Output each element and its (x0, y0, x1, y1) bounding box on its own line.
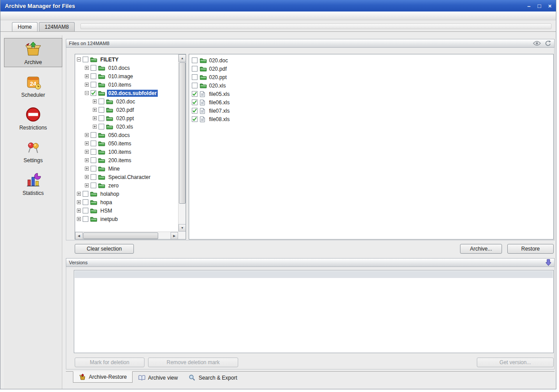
scroll-left-icon[interactable]: ◀ (75, 232, 83, 240)
tree-checkbox[interactable] (91, 65, 96, 71)
expand-icon[interactable] (85, 83, 89, 87)
maximize-button[interactable]: □ (538, 3, 541, 9)
scroll-down-icon[interactable]: ▼ (179, 224, 186, 232)
file-checkbox[interactable] (192, 99, 198, 105)
tree-node[interactable]: 020.pdf (77, 106, 178, 114)
file-row[interactable]: 020.ppt (192, 73, 553, 81)
scroll-up-icon[interactable]: ▲ (179, 54, 186, 62)
file-row[interactable]: file08.xls (192, 115, 553, 123)
tree-node[interactable]: 020.docs.subfolder (77, 89, 178, 97)
expand-icon[interactable] (77, 217, 81, 221)
tree-checkbox[interactable] (91, 73, 96, 79)
expand-icon[interactable] (85, 66, 89, 70)
tree-checkbox[interactable] (91, 183, 96, 188)
expand-icon[interactable] (77, 209, 81, 213)
tree-checkbox[interactable] (91, 132, 96, 138)
file-checkbox[interactable] (192, 91, 198, 97)
file-checkbox[interactable] (192, 116, 198, 122)
expand-icon[interactable] (85, 133, 89, 137)
tree-node[interactable]: hopa (77, 198, 178, 206)
expand-icon[interactable] (77, 200, 81, 204)
expand-icon[interactable] (85, 183, 89, 187)
tree-checkbox[interactable] (91, 166, 96, 171)
file-row[interactable]: file07.xls (192, 107, 553, 115)
tree-checkbox[interactable] (83, 57, 88, 62)
tree-checkbox[interactable] (99, 107, 104, 113)
tree-node[interactable]: inetpub (77, 215, 178, 223)
tree-node[interactable]: 050.docs (77, 131, 178, 139)
expand-icon[interactable] (85, 150, 89, 154)
expand-icon[interactable] (93, 108, 97, 112)
sidebar-item-restrictions[interactable]: Restrictions (4, 103, 62, 133)
expand-icon[interactable] (93, 125, 97, 129)
tree-node[interactable]: 010.docs (77, 64, 178, 72)
get-version-button[interactable]: Get version... (477, 358, 554, 367)
expand-icon[interactable] (77, 192, 81, 196)
tree-checkbox[interactable] (91, 157, 96, 163)
down-arrow-icon[interactable] (545, 259, 551, 266)
tree-node[interactable]: Special.Character (77, 173, 178, 181)
horizontal-scrollbar-thumb[interactable] (83, 232, 158, 239)
expand-icon[interactable] (93, 99, 97, 103)
minimize-button[interactable]: – (527, 3, 530, 9)
tree-checkbox[interactable] (91, 141, 96, 146)
tree-node[interactable]: 020.ppt (77, 114, 178, 122)
tree-node[interactable]: 100.items (77, 148, 178, 156)
vertical-scrollbar-thumb[interactable] (179, 62, 186, 204)
refresh-icon[interactable] (544, 40, 551, 46)
archive-button[interactable]: Archive... (460, 244, 502, 254)
expand-icon[interactable] (85, 141, 89, 145)
close-button[interactable]: × (548, 3, 551, 9)
tab-archive-restore[interactable]: Archive-Restore (73, 371, 133, 383)
file-checkbox[interactable] (192, 66, 198, 72)
expand-icon[interactable] (85, 167, 89, 171)
tree-checkbox[interactable] (83, 199, 88, 205)
file-row[interactable]: file06.xls (192, 98, 553, 107)
collapse-icon[interactable] (85, 91, 89, 95)
clear-selection-button[interactable]: Clear selection (75, 244, 134, 254)
file-checkbox[interactable] (192, 57, 198, 63)
scroll-right-icon[interactable]: ▶ (171, 232, 178, 240)
mark-for-deletion-button[interactable]: Mark for deletion (75, 358, 145, 367)
tree-checkbox[interactable] (99, 115, 104, 121)
collapse-icon[interactable] (77, 57, 81, 61)
expand-icon[interactable] (85, 74, 89, 78)
tree-checkbox[interactable] (91, 149, 96, 155)
tree-node[interactable]: 010.image (77, 72, 178, 80)
expand-icon[interactable] (85, 175, 89, 179)
sidebar-item-statistics[interactable]: Statistics (4, 169, 62, 198)
file-row[interactable]: 020.pdf (192, 65, 553, 73)
tree-node[interactable]: FILETY (77, 55, 178, 64)
tab-archive-view[interactable]: Archive view (133, 372, 183, 383)
tree-checkbox[interactable] (91, 82, 96, 88)
tree-checkbox[interactable] (83, 208, 88, 213)
vertical-scrollbar[interactable]: ▲ ▼ (178, 54, 186, 232)
tree-node[interactable]: 010.items (77, 80, 178, 89)
eye-icon[interactable] (533, 41, 541, 46)
file-checkbox[interactable] (192, 108, 198, 114)
tree-node[interactable]: Mine (77, 164, 178, 173)
tree-node[interactable]: holahop (77, 190, 178, 198)
tree-checkbox[interactable] (99, 99, 104, 104)
tree-checkbox[interactable] (83, 216, 88, 222)
file-row[interactable]: 020.xls (192, 81, 553, 90)
expand-icon[interactable] (85, 158, 89, 162)
sidebar-item-settings[interactable]: Settings (4, 136, 62, 165)
tab-search-export[interactable]: Search & Export (183, 372, 242, 383)
expand-icon[interactable] (93, 116, 97, 120)
restore-button[interactable]: Restore (507, 244, 554, 254)
tree-checkbox[interactable] (83, 191, 88, 197)
tree-node[interactable]: 050.items (77, 139, 178, 148)
file-checkbox[interactable] (192, 83, 198, 88)
tree-checkbox[interactable] (91, 174, 96, 180)
tree-checkbox[interactable] (91, 90, 96, 96)
tree-node[interactable]: zero (77, 181, 178, 190)
file-row[interactable]: 020.doc (192, 56, 553, 65)
nav-tab-124mam8[interactable]: 124MAM8 (39, 22, 75, 31)
tree-node[interactable]: 200.items (77, 156, 178, 164)
sidebar-item-archive[interactable]: Archive (4, 38, 62, 67)
file-row[interactable]: file05.xls (192, 90, 553, 98)
tree-node[interactable]: 020.doc (77, 97, 178, 106)
horizontal-scrollbar[interactable]: ◀ ▶ (75, 232, 178, 239)
tree-node[interactable]: HSM (77, 206, 178, 215)
